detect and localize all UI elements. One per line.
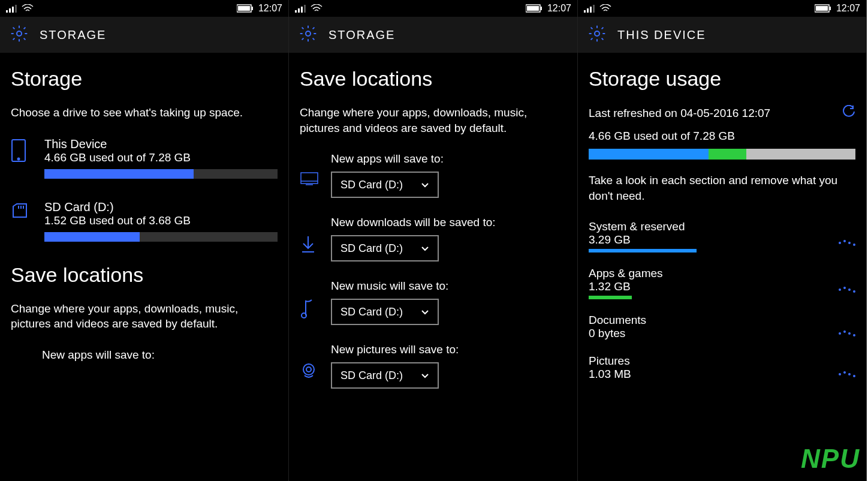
dropdown-value: SD Card (D:) (340, 179, 403, 191)
svg-rect-1 (9, 8, 11, 13)
svg-rect-6 (252, 7, 253, 10)
category-name: Apps & games (589, 267, 855, 280)
dropdown-value: SD Card (D:) (340, 369, 403, 382)
svg-point-20 (306, 31, 311, 36)
chevron-down-icon (421, 306, 429, 318)
wifi-icon (599, 4, 611, 13)
battery-icon (526, 4, 542, 13)
gear-icon[interactable] (299, 24, 318, 46)
status-bar: 12:07 (0, 0, 288, 17)
loading-icon (839, 242, 855, 244)
svg-rect-2 (12, 7, 14, 13)
svg-rect-3 (15, 5, 17, 13)
pictures-location-dropdown[interactable]: SD Card (D:) (331, 362, 439, 389)
save-row-apps: New apps will save to: SD Card (D:) (300, 152, 566, 198)
save-row-downloads: New downloads will be saved to: SD Card … (300, 216, 566, 261)
signal-icon (6, 4, 17, 13)
svg-point-7 (17, 31, 22, 36)
chevron-down-icon (421, 242, 429, 255)
svg-rect-18 (527, 6, 539, 11)
save-label: New pictures will save to: (331, 343, 566, 356)
category-size: 1.32 GB (589, 280, 828, 293)
category-size: 3.29 GB (589, 233, 828, 246)
screen-storage-overview: 12:07 STORAGE Storage Choose a drive to … (0, 0, 289, 481)
gear-icon[interactable] (587, 24, 607, 46)
music-icon (300, 299, 319, 321)
wifi-icon (311, 4, 323, 13)
header-title: THIS DEVICE (617, 28, 706, 42)
drive-name: SD Card (D:) (44, 200, 278, 214)
svg-rect-29 (584, 10, 586, 13)
drive-this-device[interactable]: This Device 4.66 GB used out of 7.28 GB (11, 137, 278, 179)
phone-icon (11, 139, 30, 165)
category-size: 0 bytes (589, 327, 828, 340)
page-title: Save locations (300, 67, 566, 91)
svg-rect-35 (830, 7, 831, 10)
svg-rect-30 (587, 8, 589, 13)
save-label: New apps will save to: (331, 152, 566, 166)
svg-rect-15 (301, 7, 303, 13)
loading-icon (839, 288, 855, 291)
header-title: STORAGE (328, 28, 395, 42)
signal-icon (295, 4, 306, 13)
svg-point-9 (18, 158, 20, 160)
chevron-down-icon (421, 179, 429, 191)
svg-point-36 (595, 31, 599, 36)
page-header: STORAGE (0, 17, 288, 53)
usage-summary: 4.66 GB used out of 7.28 GB (589, 130, 855, 143)
usage-bar (44, 169, 278, 179)
refresh-icon[interactable] (842, 105, 855, 121)
battery-icon (815, 4, 831, 13)
svg-rect-5 (238, 6, 250, 11)
save-row-pictures: New pictures will save to: SD Card (D:) (300, 343, 566, 389)
music-location-dropdown[interactable]: SD Card (D:) (331, 299, 439, 325)
save-row-music: New music will save to: SD Card (D:) (300, 279, 566, 325)
status-bar: 12:07 (578, 0, 866, 17)
status-time: 12:07 (258, 3, 282, 14)
save-locations-title: Save locations (11, 263, 278, 287)
save-label: New music will save to: (331, 279, 566, 293)
loading-icon (839, 332, 855, 335)
apps-location-dropdown[interactable]: SD Card (D:) (331, 172, 439, 198)
screen-storage-usage: 12:07 THIS DEVICE Storage usage Last ref… (578, 0, 867, 481)
category-name: Pictures (589, 354, 855, 368)
gear-icon[interactable] (10, 24, 29, 46)
category-system[interactable]: System & reserved 3.29 GB (589, 220, 855, 252)
svg-rect-31 (590, 7, 592, 13)
svg-rect-32 (593, 5, 595, 13)
chevron-down-icon (421, 369, 429, 382)
category-pictures[interactable]: Pictures 1.03 MB (589, 354, 855, 381)
dropdown-value: SD Card (D:) (340, 306, 403, 318)
apps-icon (300, 172, 319, 190)
downloads-location-dropdown[interactable]: SD Card (D:) (331, 235, 439, 261)
partial-row-label: New apps will save to: (11, 348, 278, 362)
intro-text: Change where your apps, downloads, music… (300, 105, 566, 136)
category-size: 1.03 MB (589, 368, 828, 381)
header-title: STORAGE (40, 28, 106, 42)
download-icon (300, 235, 319, 255)
screen-save-locations: 12:07 STORAGE Save locations Change wher… (289, 0, 578, 481)
intro-text: Choose a drive to see what's taking up s… (11, 105, 278, 121)
signal-icon (584, 4, 595, 13)
drive-sd-card[interactable]: SD Card (D:) 1.52 GB used out of 3.68 GB (11, 200, 278, 242)
svg-rect-16 (304, 5, 306, 13)
dropdown-value: SD Card (D:) (340, 242, 403, 255)
svg-rect-21 (301, 173, 318, 184)
category-apps[interactable]: Apps & games 1.32 GB (589, 267, 855, 299)
category-name: System & reserved (589, 220, 855, 233)
status-time: 12:07 (547, 3, 571, 14)
usage-bar (44, 232, 278, 242)
svg-rect-14 (298, 8, 300, 13)
category-documents[interactable]: Documents 0 bytes (589, 314, 855, 340)
sd-card-icon (11, 202, 30, 222)
page-title: Storage (11, 67, 278, 91)
svg-point-28 (306, 367, 311, 372)
wifi-icon (22, 4, 34, 13)
svg-rect-34 (816, 6, 828, 11)
save-label: New downloads will be saved to: (331, 216, 566, 229)
drive-usage: 4.66 GB used out of 7.28 GB (44, 151, 278, 164)
hint-text: Take a look in each section and remove w… (589, 173, 855, 203)
save-locations-intro: Change where your apps, downloads, music… (11, 301, 278, 332)
usage-breakdown-bar (589, 149, 855, 160)
page-header: THIS DEVICE (578, 17, 866, 53)
